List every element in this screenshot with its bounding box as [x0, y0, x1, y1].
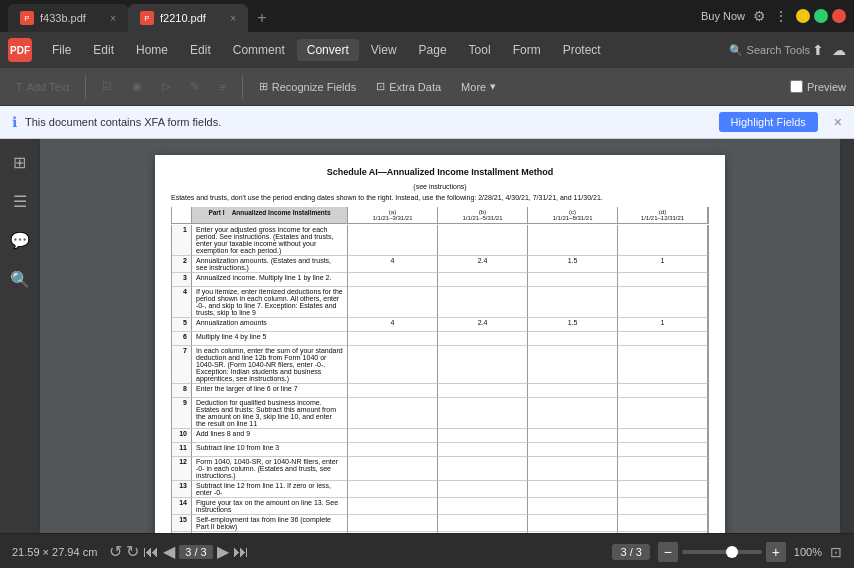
tab-close-2[interactable]: ×	[230, 13, 236, 24]
tab-f433b[interactable]: P f433b.pdf ×	[8, 4, 128, 32]
sidebar-comment-icon[interactable]: 💬	[4, 225, 36, 256]
more-button[interactable]: More ▾	[453, 76, 504, 97]
part-header: Part I Annualized Income Installments	[192, 207, 348, 224]
menu-view[interactable]: View	[361, 39, 407, 61]
row-col-d	[618, 287, 708, 318]
new-tab-button[interactable]: +	[248, 4, 276, 32]
last-page-button[interactable]: ⏭	[233, 543, 249, 561]
first-page-button[interactable]: ⏮	[143, 543, 159, 561]
row-col-c	[528, 273, 618, 287]
row-col-b	[438, 287, 528, 318]
page-input[interactable]: 3 / 3	[179, 545, 212, 559]
preview-checkbox-group[interactable]: Preview	[790, 80, 846, 93]
highlight-fields-button[interactable]: Highlight Fields	[719, 112, 818, 132]
rotate-left-icon[interactable]: ↺	[109, 542, 122, 561]
zoom-slider[interactable]	[682, 550, 762, 554]
table-row: 5 Annualization amounts 4 2.4 1.5 1	[171, 318, 709, 332]
share-icon[interactable]: ⬆	[812, 42, 824, 58]
toolbar-btn-1[interactable]: ☑	[94, 76, 120, 97]
table-row: 13 Subtract line 12 from line 11. If zer…	[171, 481, 709, 498]
maximize-button[interactable]	[814, 9, 828, 23]
toolbar-btn-5[interactable]: ≡	[211, 77, 233, 97]
row-col-a	[348, 532, 438, 533]
row-description: Annualized income. Multiply line 1 by li…	[192, 273, 348, 287]
row-col-b	[438, 515, 528, 532]
row-col-b	[438, 398, 528, 429]
menu-comment[interactable]: Comment	[223, 39, 295, 61]
settings-icon[interactable]: ⚙	[753, 8, 766, 24]
row-description: Form 1040, 1040-SR, or 1040-NR filers, e…	[192, 457, 348, 481]
page-navigation: ↺ ↻ ⏮ ◀ 3 / 3 ▶ ⏭	[109, 542, 248, 561]
row-number: 10	[172, 429, 192, 443]
row-col-c	[528, 332, 618, 346]
zoom-out-button[interactable]: −	[658, 542, 678, 562]
menu-edit2[interactable]: Edit	[180, 39, 221, 61]
row-col-a	[348, 273, 438, 287]
row-number: 1	[172, 225, 192, 256]
page-badge: 3 / 3	[612, 544, 649, 560]
row-col-a	[348, 398, 438, 429]
row-col-b	[438, 498, 528, 515]
row-col-a	[348, 332, 438, 346]
window-controls	[796, 9, 846, 23]
row-col-c	[528, 225, 618, 256]
row-description: Add lines 8 and 9	[192, 429, 348, 443]
pdf-icon-2: P	[140, 11, 154, 25]
row-col-b	[438, 532, 528, 533]
tab-f2210[interactable]: P f2210.pdf ×	[128, 4, 248, 32]
prev-page-button[interactable]: ◀	[163, 542, 175, 561]
toolbar-btn-4[interactable]: ✎	[182, 76, 207, 97]
status-bar: 21.59 × 27.94 cm ↺ ↻ ⏮ ◀ 3 / 3 ▶ ⏭ 3 / 3…	[0, 533, 854, 568]
menu-page[interactable]: Page	[409, 39, 457, 61]
toolbar-btn-3[interactable]: ▷	[154, 76, 178, 97]
next-page-button[interactable]: ▶	[217, 542, 229, 561]
menu-edit[interactable]: Edit	[83, 39, 124, 61]
preview-checkbox[interactable]	[790, 80, 803, 93]
overflow-icon[interactable]: ⋮	[774, 8, 788, 24]
row-col-b	[438, 457, 528, 481]
recognize-fields-button[interactable]: ⊞ Recognize Fields	[251, 76, 364, 97]
row-col-c	[528, 346, 618, 384]
tab-label-1: f433b.pdf	[40, 12, 86, 24]
sidebar-search-icon[interactable]: 🔍	[4, 264, 36, 295]
row-col-b	[438, 225, 528, 256]
notification-close-button[interactable]: ×	[834, 114, 842, 130]
pdf-viewer[interactable]: Schedule AI—Annualized Income Installmen…	[40, 139, 840, 533]
row-number: 16	[172, 532, 192, 533]
tab-close-1[interactable]: ×	[110, 13, 116, 24]
rotate-right-icon[interactable]: ↻	[126, 542, 139, 561]
close-button[interactable]	[832, 9, 846, 23]
zoom-in-button[interactable]: +	[766, 542, 786, 562]
table-row: 2 Annualization amounts. (Estates and tr…	[171, 256, 709, 273]
info-icon: ℹ	[12, 114, 17, 130]
menu-home[interactable]: Home	[126, 39, 178, 61]
row-col-a	[348, 287, 438, 318]
col-d-header: (d)1/1/21–12/31/21	[618, 207, 708, 224]
minimize-button[interactable]	[796, 9, 810, 23]
pdf-icon-1: P	[20, 11, 34, 25]
sidebar-bookmark-icon[interactable]: ☰	[7, 186, 33, 217]
menu-protect[interactable]: Protect	[553, 39, 611, 61]
sidebar-thumbnail-icon[interactable]: ⊞	[7, 147, 32, 178]
add-text-button[interactable]: T Add Text	[8, 77, 77, 97]
toolbar-btn-2[interactable]: ◉	[124, 76, 150, 97]
table-row: 9 Deduction for qualified business incom…	[171, 398, 709, 429]
app-logo: PDF	[8, 38, 32, 62]
menu-file[interactable]: File	[42, 39, 81, 61]
search-tools[interactable]: 🔍 Search Tools	[729, 44, 810, 57]
extra-data-button[interactable]: ⊡ Extra Data	[368, 76, 449, 97]
fit-page-icon[interactable]: ⊡	[830, 544, 842, 560]
row-col-c	[528, 498, 618, 515]
table-row: 10 Add lines 8 and 9	[171, 429, 709, 443]
row-number: 4	[172, 287, 192, 318]
cloud-icon[interactable]: ☁	[832, 42, 846, 58]
row-description: Subtract line 10 from line 3	[192, 443, 348, 457]
row-col-a	[348, 429, 438, 443]
menu-convert[interactable]: Convert	[297, 39, 359, 61]
menu-tool[interactable]: Tool	[459, 39, 501, 61]
buy-now-button[interactable]: Buy Now	[701, 10, 745, 22]
pdf-subtitle: (see instructions)	[171, 183, 709, 190]
menu-form[interactable]: Form	[503, 39, 551, 61]
row-col-b: 2.4	[438, 256, 528, 273]
right-sidebar-scrollbar[interactable]	[840, 139, 854, 533]
